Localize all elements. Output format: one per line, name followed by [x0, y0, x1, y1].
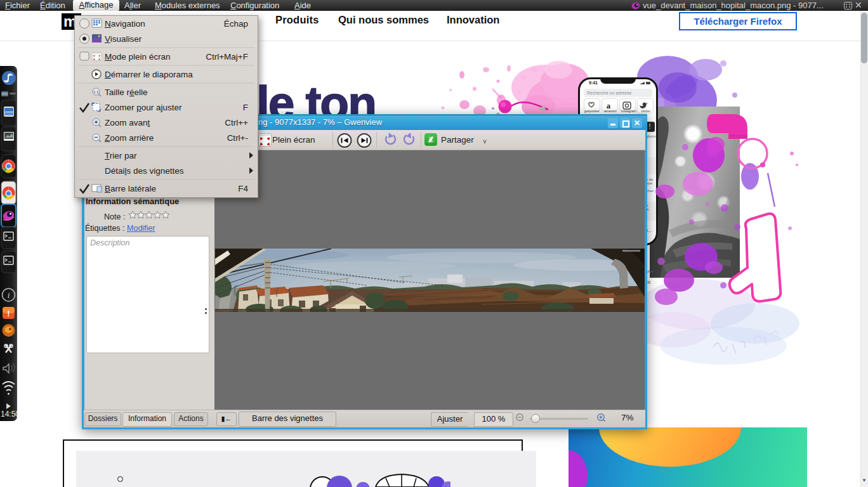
svg-text:!: ! [7, 309, 10, 318]
svg-text:14:50: 14:50 [1, 410, 17, 419]
svg-text:i: i [8, 290, 10, 300]
svg-text:1:1: 1:1 [93, 90, 99, 94]
